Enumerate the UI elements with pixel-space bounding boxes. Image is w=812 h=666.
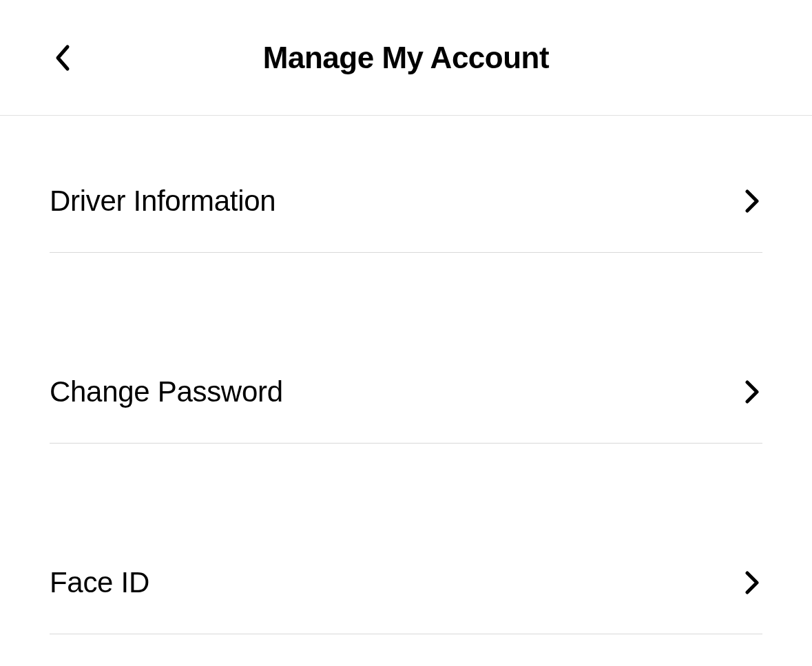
menu-item-label: Change Password	[50, 375, 283, 408]
chevron-right-icon	[742, 189, 762, 213]
page-header: Manage My Account	[0, 0, 812, 116]
page-title: Manage My Account	[50, 41, 762, 75]
menu-item-change-password[interactable]: Change Password	[0, 341, 812, 444]
menu-item-driver-information[interactable]: Driver Information	[0, 185, 812, 253]
menu-item-label: Driver Information	[50, 185, 275, 218]
chevron-left-icon	[54, 44, 73, 72]
spacer	[0, 444, 812, 532]
chevron-right-icon	[742, 571, 762, 594]
back-button[interactable]	[50, 44, 77, 72]
chevron-right-icon	[742, 380, 762, 404]
menu-item-face-id[interactable]: Face ID	[0, 532, 812, 634]
menu-item-label: Face ID	[50, 566, 149, 599]
spacer	[0, 253, 812, 341]
menu-list: Driver Information Change Password Face …	[0, 116, 812, 634]
